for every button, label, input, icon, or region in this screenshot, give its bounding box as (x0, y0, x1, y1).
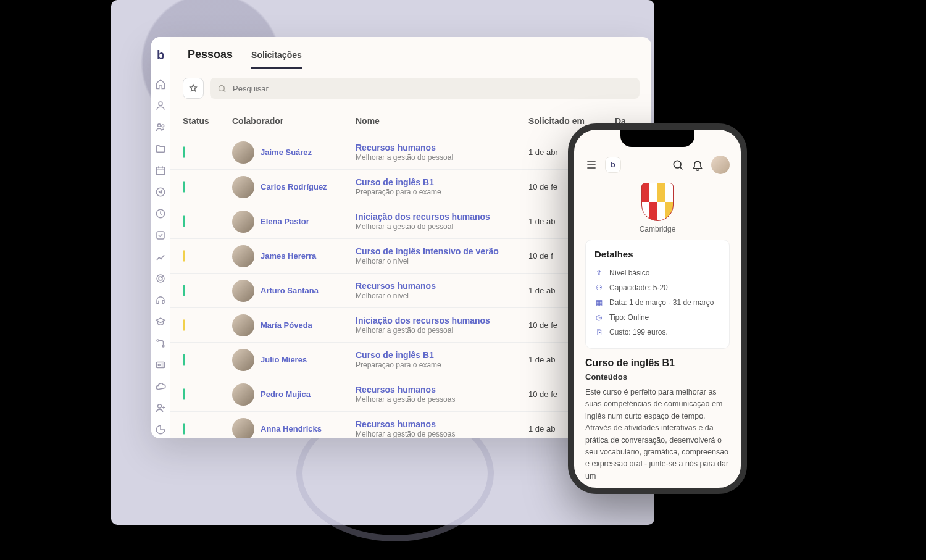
calendar-icon[interactable] (151, 161, 170, 179)
avatar (232, 141, 254, 164)
details-card: Detalhes ⇪Nível básico ⚇Capacidade: 5-20… (585, 240, 730, 349)
avatar (232, 211, 254, 233)
app-logo[interactable]: b (605, 157, 621, 173)
request-title[interactable]: Curso de inglês B1 (356, 349, 528, 361)
sidebar: b (151, 37, 170, 438)
status-indicator (183, 354, 185, 366)
check-square-icon[interactable] (151, 226, 170, 244)
target-icon[interactable] (151, 269, 170, 287)
phone-body: Cambridge Detalhes ⇪Nível básico ⚇Capaci… (574, 180, 741, 488)
phone-mockup: b Cambridge Detalhes ⇪Nível básico ⚇Capa… (568, 123, 747, 494)
detail-dates: ▦Data: 1 de março - 31 de março (594, 295, 720, 310)
headset-icon[interactable] (151, 291, 170, 309)
svg-point-2 (162, 124, 164, 127)
request-subtitle: Melhorar a gestão do pessoal (356, 153, 528, 163)
request-subtitle: Melhorar o nível (356, 257, 528, 267)
add-person-icon[interactable] (151, 399, 170, 417)
collaborator-link[interactable]: Pedro Mujica (261, 390, 311, 399)
request-title[interactable]: Recursos humanos (356, 384, 528, 395)
request-title[interactable]: Recursos humanos (356, 419, 528, 430)
collaborator-link[interactable]: James Hererra (261, 251, 316, 261)
collaborator-link[interactable]: Julio Mieres (261, 355, 307, 364)
request-subtitle: Melhorar a gestão do pessoal (356, 222, 528, 232)
app-logo[interactable]: b (157, 48, 164, 62)
tabs: Pessoas Solicitações (170, 37, 651, 69)
avatar (232, 280, 254, 302)
status-indicator (183, 146, 185, 158)
col-status: Status (183, 116, 232, 126)
collaborator-link[interactable]: Arturo Santana (261, 286, 319, 295)
detail-level: ⇪Nível básico (594, 265, 720, 280)
request-title[interactable]: Iniciação dos recursos humanos (356, 315, 528, 326)
star-icon (188, 83, 198, 93)
person-icon[interactable] (151, 96, 170, 114)
phone-notch (620, 130, 694, 147)
col-colaborador: Colaborador (232, 116, 356, 126)
status-indicator (183, 215, 185, 227)
home-icon[interactable] (151, 75, 170, 93)
status-indicator (183, 319, 185, 331)
course-title: Curso de inglês B1 (585, 357, 730, 369)
chart-icon[interactable] (151, 248, 170, 265)
money-icon: ⎘ (594, 328, 603, 336)
request-title[interactable]: Recursos humanos (356, 142, 528, 153)
request-subtitle: Preparação para o exame (356, 361, 528, 370)
collaborator-link[interactable]: Elena Pastor (261, 217, 309, 226)
flow-icon[interactable] (151, 334, 170, 352)
menu-icon[interactable] (585, 159, 598, 171)
avatar (232, 314, 254, 336)
status-indicator (183, 388, 185, 400)
favorite-button[interactable] (183, 78, 204, 99)
status-indicator (183, 423, 185, 435)
clock-icon[interactable] (151, 204, 170, 222)
institution-crest (641, 183, 674, 221)
avatar (232, 245, 254, 267)
search-field[interactable] (210, 78, 640, 99)
collaborator-link[interactable]: María Póveda (261, 320, 312, 330)
svg-rect-6 (157, 232, 164, 239)
level-icon: ⇪ (594, 269, 603, 277)
avatar[interactable] (711, 156, 730, 174)
request-subtitle: Melhorar a gestão do pessoal (356, 326, 528, 336)
details-heading: Detalhes (594, 249, 720, 259)
request-subtitle: Melhorar a gestão de pessoas (356, 395, 528, 405)
compass-icon[interactable] (151, 183, 170, 201)
request-subtitle: Melhorar a gestão de pessoas (356, 430, 528, 438)
svg-point-13 (158, 404, 162, 408)
search-icon[interactable] (672, 159, 684, 171)
calendar-icon: ▦ (594, 298, 603, 307)
detail-capacity: ⚇Capacidade: 5-20 (594, 280, 720, 295)
search-input[interactable] (233, 84, 632, 93)
status-indicator (183, 181, 185, 193)
toolbar (170, 69, 651, 107)
svg-point-12 (158, 364, 160, 366)
id-card-icon[interactable] (151, 356, 170, 374)
people-icon: ⚇ (594, 283, 603, 292)
svg-point-9 (157, 340, 159, 341)
svg-point-15 (674, 161, 681, 168)
detail-type: ◷Tipo: Online (594, 310, 720, 325)
folder-icon[interactable] (151, 140, 170, 157)
col-nome: Nome (356, 116, 528, 126)
tab-solicitacoes[interactable]: Solicitações (251, 50, 302, 69)
pie-chart-icon[interactable] (151, 420, 170, 438)
people-icon[interactable] (151, 118, 170, 136)
collaborator-link[interactable]: Anna Hendricks (261, 424, 322, 433)
request-title[interactable]: Curso de Inglês Intensivo de verão (356, 246, 528, 257)
svg-point-4 (156, 188, 165, 196)
request-title[interactable]: Curso de inglês B1 (356, 177, 528, 188)
collaborator-link[interactable]: Carlos Rodríguez (261, 182, 327, 191)
course-description: Este curso é perfeito para melhorar as s… (585, 387, 730, 482)
svg-point-10 (162, 345, 164, 347)
graduation-icon[interactable] (151, 312, 170, 330)
bell-icon[interactable] (691, 159, 704, 171)
request-title[interactable]: Iniciação dos recursos humanos (356, 211, 528, 222)
svg-point-1 (158, 123, 161, 127)
request-title[interactable]: Recursos humanos (356, 280, 528, 291)
avatar (232, 349, 254, 371)
institution-name: Cambridge (585, 225, 730, 233)
detail-cost: ⎘Custo: 199 euros. (594, 325, 720, 340)
cloud-icon[interactable] (151, 377, 170, 395)
collaborator-link[interactable]: Jaime Suárez (261, 148, 312, 157)
svg-point-0 (159, 102, 162, 106)
